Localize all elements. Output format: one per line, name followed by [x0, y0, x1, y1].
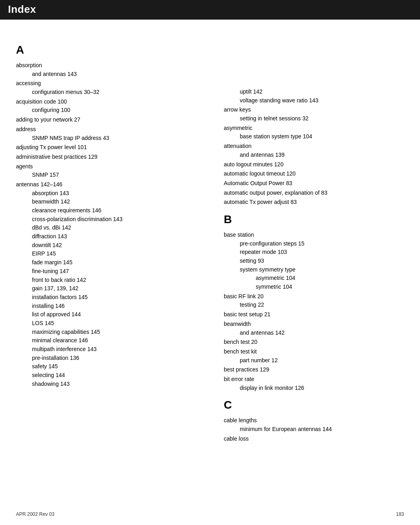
list-item: uptilt 142 voltage standing wave ratio 1… [224, 88, 404, 105]
list-item: adjusting Tx power level 101 [16, 143, 208, 152]
list-item: accessing configuration menus 30–32 [16, 79, 208, 96]
list-item: auto logout minutes 120 [224, 160, 404, 169]
list-item: automatic output power, explanation of 8… [224, 189, 404, 198]
list-item: address SNMP NMS trap IP address 43 [16, 125, 208, 142]
list-item: asymmetric base station system type 104 [224, 124, 404, 141]
list-item: antennas 142–146 absorption 143 beamwidt… [16, 180, 208, 389]
footer-right: 183 [396, 511, 404, 517]
list-item: arrow keys setting in telnet sessions 32 [224, 106, 404, 123]
list-item: cable loss [224, 435, 404, 443]
section-c-heading: C [224, 399, 404, 411]
main-content: A absorption and antennas 143 accessing … [0, 20, 420, 460]
list-item: basic test setup 21 [224, 310, 404, 319]
right-a-entries: uptilt 142 voltage standing wave ratio 1… [224, 88, 404, 207]
list-item: bench test kit part number 12 [224, 347, 404, 365]
section-a-heading: A [16, 44, 208, 56]
list-item: automatic Tx power adjust 83 [224, 198, 404, 207]
list-item: Automatic Output Power 83 [224, 179, 404, 188]
list-item: attenuation and antennas 139 [224, 142, 404, 159]
list-item: automatic logout timeout 120 [224, 170, 404, 178]
page-title: Index [8, 3, 36, 15]
right-c-entries: cable lengths minimum for European anten… [224, 416, 404, 443]
section-b-heading: B [224, 213, 404, 226]
page-footer: APR 2002 Rev 03 183 [16, 511, 404, 517]
list-item: acquisition code 100 configuring 100 [16, 98, 208, 115]
list-item: bit error rate display in link monitor 1… [224, 375, 404, 392]
list-item: basic RF link 20 testing 22 [224, 292, 404, 309]
list-item: agents SNMP 157 [16, 162, 208, 180]
list-item: best practices 129 [224, 365, 404, 374]
list-item: cable lengths minimum for European anten… [224, 416, 404, 433]
page-header: Index [0, 0, 420, 20]
left-index-entries: absorption and antennas 143 accessing co… [16, 61, 208, 388]
list-item: absorption and antennas 143 [16, 61, 208, 78]
list-item: base station pre-configuration steps 15 … [224, 231, 404, 291]
list-item: administrative best practices 129 [16, 153, 208, 162]
list-item: beamwidth and antennas 142 [224, 320, 404, 337]
right-column: uptilt 142 voltage standing wave ratio 1… [224, 44, 404, 444]
left-column: A absorption and antennas 143 accessing … [16, 44, 208, 444]
footer-left: APR 2002 Rev 03 [16, 511, 54, 517]
list-item: bench test 20 [224, 338, 404, 347]
right-b-entries: base station pre-configuration steps 15 … [224, 231, 404, 392]
list-item: adding to your network 27 [16, 116, 208, 124]
